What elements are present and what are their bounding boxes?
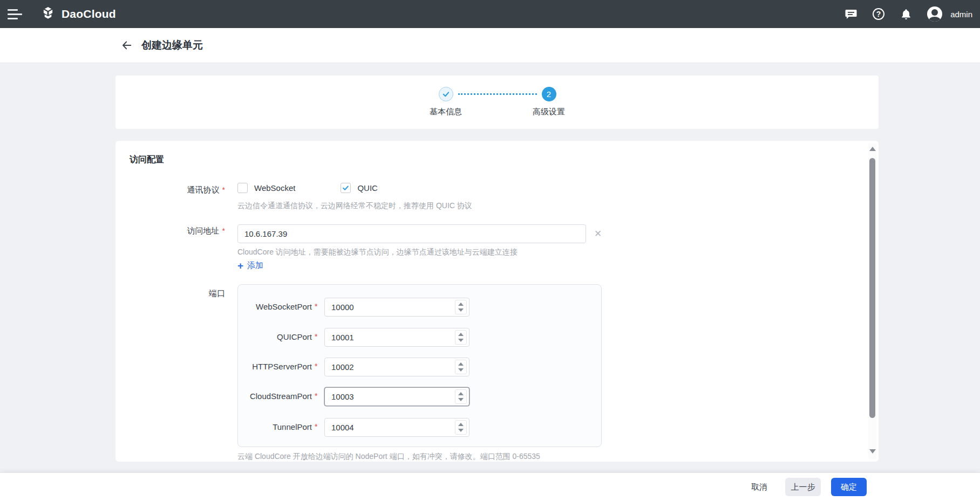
stepper-down-icon[interactable] bbox=[458, 398, 464, 401]
port-row-tunnelport: TunnelPort * bbox=[238, 418, 601, 437]
back-arrow-icon[interactable] bbox=[120, 38, 134, 52]
httpserverport-input[interactable] bbox=[324, 358, 469, 376]
quic-checkbox[interactable] bbox=[341, 183, 351, 193]
stepper-down-icon[interactable] bbox=[458, 308, 464, 312]
brand-name: DaoCloud bbox=[62, 8, 116, 20]
required-mark: * bbox=[315, 362, 317, 370]
port-row-quicport: QUICPort * bbox=[238, 328, 601, 347]
scrollbar[interactable] bbox=[868, 143, 876, 459]
scrollbar-thumb[interactable] bbox=[869, 158, 875, 418]
ports-hint: 云端 CloudCore 开放给边端访问的 NodePort 端口，如有冲突，请… bbox=[237, 452, 540, 462]
page-header: 创建边缘单元 bbox=[0, 28, 980, 63]
daocloud-cube-icon bbox=[40, 6, 56, 22]
stepper-up-icon[interactable] bbox=[458, 392, 464, 395]
topbar-actions: ? admin bbox=[845, 6, 980, 22]
message-icon[interactable] bbox=[845, 8, 858, 20]
port-row-httpserverport: HTTPServerPort * bbox=[238, 358, 601, 376]
port-row-websocketport: WebSocketPort * bbox=[238, 298, 601, 317]
username[interactable]: admin bbox=[950, 10, 972, 19]
protocol-label: 通讯协议* bbox=[115, 185, 225, 195]
number-stepper bbox=[455, 300, 467, 314]
confirm-button[interactable]: 确定 bbox=[831, 478, 867, 496]
required-mark: * bbox=[315, 422, 317, 431]
websocketport-input[interactable] bbox=[324, 298, 469, 317]
help-icon[interactable]: ? bbox=[872, 8, 885, 20]
stepper-up-icon[interactable] bbox=[458, 333, 464, 336]
footer-actions: 取消 上一步 确定 bbox=[0, 473, 980, 501]
required-mark: * bbox=[315, 302, 317, 311]
step-advanced-settings[interactable]: 2 高级设置 bbox=[506, 87, 592, 117]
stepper-up-icon[interactable] bbox=[458, 362, 464, 366]
quicport-input[interactable] bbox=[324, 328, 469, 347]
quic-checkbox-label[interactable]: QUIC bbox=[357, 183, 378, 193]
address-hint: CloudCore 访问地址，需要能被边缘节点访问，边缘节点通过该地址与云端建立… bbox=[237, 248, 518, 257]
required-mark: * bbox=[315, 392, 317, 400]
stepper-down-icon[interactable] bbox=[458, 429, 464, 432]
websocket-checkbox-label[interactable]: WebSocket bbox=[254, 183, 295, 193]
user-avatar-icon[interactable] bbox=[927, 6, 942, 22]
page-title: 创建边缘单元 bbox=[141, 38, 203, 52]
access-config-form: 访问配置 通讯协议* WebSocket QUIC 云边信令通道通信协议，云边网… bbox=[115, 141, 879, 462]
step-label: 基本信息 bbox=[403, 107, 489, 117]
scroll-down-icon[interactable] bbox=[869, 449, 876, 454]
add-address-button[interactable]: + 添加 bbox=[237, 260, 263, 271]
protocol-hint: 云边信令通道通信协议，云边网络经常不稳定时，推荐使用 QUIC 协议 bbox=[237, 201, 472, 211]
ports-panel: WebSocketPort * QUICPort * H bbox=[237, 284, 602, 447]
previous-step-button[interactable]: 上一步 bbox=[785, 478, 821, 496]
required-mark: * bbox=[222, 227, 225, 235]
step-number: 2 bbox=[542, 87, 556, 101]
step-basic-info[interactable]: 基本信息 bbox=[403, 87, 489, 117]
brand-logo[interactable]: DaoCloud bbox=[40, 6, 116, 22]
stepper: 基本信息 2 高级设置 bbox=[115, 76, 879, 129]
step-label: 高级设置 bbox=[506, 107, 592, 117]
plus-icon: + bbox=[237, 260, 243, 271]
checkbox-check-icon bbox=[342, 184, 349, 191]
scroll-up-icon[interactable] bbox=[869, 147, 876, 151]
bell-icon[interactable] bbox=[900, 8, 913, 20]
topbar: DaoCloud ? admin bbox=[0, 0, 980, 28]
number-stepper bbox=[455, 389, 467, 404]
section-title: 访问配置 bbox=[130, 154, 164, 166]
address-label: 访问地址* bbox=[115, 226, 225, 236]
stepper-down-icon[interactable] bbox=[458, 339, 464, 342]
step-completed-check-icon bbox=[439, 87, 453, 101]
port-row-cloudstreamport: CloudStreamPort * bbox=[238, 387, 601, 406]
required-mark: * bbox=[222, 186, 225, 194]
cloudstreamport-input[interactable] bbox=[324, 387, 469, 406]
clear-icon[interactable]: ✕ bbox=[591, 227, 604, 240]
stepper-down-icon[interactable] bbox=[458, 368, 464, 372]
stepper-up-icon[interactable] bbox=[458, 303, 464, 306]
address-input[interactable] bbox=[237, 224, 586, 243]
number-stepper bbox=[455, 360, 467, 374]
add-address-label: 添加 bbox=[247, 260, 263, 271]
required-mark: * bbox=[315, 332, 317, 341]
tunnelport-input[interactable] bbox=[324, 418, 469, 437]
protocol-options: WebSocket QUIC bbox=[237, 183, 378, 193]
ports-label: 端口 bbox=[115, 289, 225, 299]
cancel-button[interactable]: 取消 bbox=[744, 478, 775, 496]
number-stepper bbox=[455, 330, 467, 345]
menu-icon[interactable] bbox=[0, 0, 25, 28]
stepper-up-icon[interactable] bbox=[458, 423, 464, 426]
number-stepper bbox=[455, 420, 467, 435]
websocket-checkbox[interactable] bbox=[237, 183, 248, 193]
